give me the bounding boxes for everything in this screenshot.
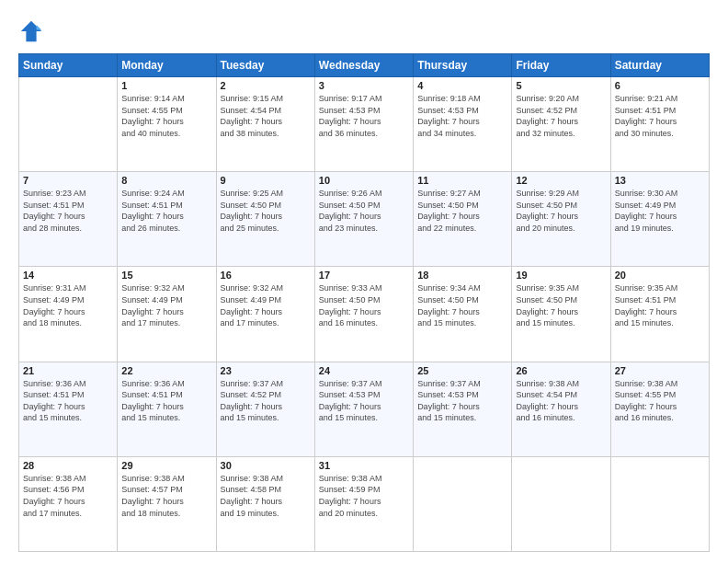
svg-marker-1 bbox=[37, 25, 42, 30]
day-number: 16 bbox=[221, 270, 311, 281]
day-info: Sunrise: 9:37 AM Sunset: 4:53 PM Dayligh… bbox=[319, 378, 409, 424]
calendar-cell: 7Sunrise: 9:23 AM Sunset: 4:51 PM Daylig… bbox=[19, 172, 118, 267]
day-info: Sunrise: 9:37 AM Sunset: 4:52 PM Dayligh… bbox=[221, 378, 311, 424]
calendar-cell: 11Sunrise: 9:27 AM Sunset: 4:50 PM Dayli… bbox=[414, 172, 512, 267]
day-info: Sunrise: 9:27 AM Sunset: 4:50 PM Dayligh… bbox=[417, 188, 507, 234]
column-header-friday: Friday bbox=[512, 54, 610, 77]
calendar-cell: 18Sunrise: 9:34 AM Sunset: 4:50 PM Dayli… bbox=[414, 267, 512, 362]
day-info: Sunrise: 9:18 AM Sunset: 4:53 PM Dayligh… bbox=[417, 93, 507, 139]
logo bbox=[18, 17, 48, 44]
day-number: 11 bbox=[417, 175, 507, 186]
day-number: 1 bbox=[121, 80, 211, 91]
day-number: 14 bbox=[23, 270, 113, 281]
calendar-cell: 28Sunrise: 9:38 AM Sunset: 4:56 PM Dayli… bbox=[19, 456, 118, 551]
calendar-cell: 27Sunrise: 9:38 AM Sunset: 4:55 PM Dayli… bbox=[610, 362, 709, 456]
column-header-saturday: Saturday bbox=[610, 54, 709, 77]
calendar-cell: 21Sunrise: 9:36 AM Sunset: 4:51 PM Dayli… bbox=[19, 362, 118, 456]
day-number: 24 bbox=[319, 365, 409, 376]
day-info: Sunrise: 9:23 AM Sunset: 4:51 PM Dayligh… bbox=[23, 188, 113, 234]
day-number: 15 bbox=[121, 270, 211, 281]
svg-marker-0 bbox=[21, 21, 41, 41]
day-number: 4 bbox=[417, 80, 507, 91]
calendar-cell: 12Sunrise: 9:29 AM Sunset: 4:50 PM Dayli… bbox=[512, 172, 610, 267]
calendar-cell: 24Sunrise: 9:37 AM Sunset: 4:53 PM Dayli… bbox=[314, 362, 413, 456]
week-row-3: 14Sunrise: 9:31 AM Sunset: 4:49 PM Dayli… bbox=[19, 267, 710, 362]
day-info: Sunrise: 9:25 AM Sunset: 4:50 PM Dayligh… bbox=[221, 188, 311, 234]
day-number: 2 bbox=[221, 80, 311, 91]
calendar-cell bbox=[610, 456, 709, 551]
calendar-cell: 17Sunrise: 9:33 AM Sunset: 4:50 PM Dayli… bbox=[314, 267, 413, 362]
calendar-cell: 13Sunrise: 9:30 AM Sunset: 4:49 PM Dayli… bbox=[610, 172, 709, 267]
day-number: 29 bbox=[121, 460, 211, 471]
day-info: Sunrise: 9:35 AM Sunset: 4:51 PM Dayligh… bbox=[615, 282, 705, 328]
day-info: Sunrise: 9:38 AM Sunset: 4:54 PM Dayligh… bbox=[516, 378, 606, 424]
calendar-cell: 10Sunrise: 9:26 AM Sunset: 4:50 PM Dayli… bbox=[314, 172, 413, 267]
day-info: Sunrise: 9:34 AM Sunset: 4:50 PM Dayligh… bbox=[417, 282, 507, 328]
column-header-thursday: Thursday bbox=[414, 54, 512, 77]
week-row-4: 21Sunrise: 9:36 AM Sunset: 4:51 PM Dayli… bbox=[19, 362, 710, 456]
day-number: 26 bbox=[516, 365, 606, 376]
day-number: 25 bbox=[417, 365, 507, 376]
day-number: 27 bbox=[615, 365, 705, 376]
day-info: Sunrise: 9:14 AM Sunset: 4:55 PM Dayligh… bbox=[121, 93, 211, 139]
day-number: 3 bbox=[319, 80, 409, 91]
calendar-cell: 2Sunrise: 9:15 AM Sunset: 4:54 PM Daylig… bbox=[216, 77, 314, 172]
day-number: 22 bbox=[121, 365, 211, 376]
calendar-header-row: SundayMondayTuesdayWednesdayThursdayFrid… bbox=[19, 54, 710, 77]
calendar-cell: 19Sunrise: 9:35 AM Sunset: 4:50 PM Dayli… bbox=[512, 267, 610, 362]
day-number: 28 bbox=[23, 460, 113, 471]
day-info: Sunrise: 9:36 AM Sunset: 4:51 PM Dayligh… bbox=[23, 378, 113, 424]
day-number: 30 bbox=[221, 460, 311, 471]
day-number: 13 bbox=[615, 175, 705, 186]
day-info: Sunrise: 9:32 AM Sunset: 4:49 PM Dayligh… bbox=[121, 282, 211, 328]
day-info: Sunrise: 9:29 AM Sunset: 4:50 PM Dayligh… bbox=[516, 188, 606, 234]
day-info: Sunrise: 9:26 AM Sunset: 4:50 PM Dayligh… bbox=[319, 188, 409, 234]
calendar-cell bbox=[512, 456, 610, 551]
day-info: Sunrise: 9:31 AM Sunset: 4:49 PM Dayligh… bbox=[23, 282, 113, 328]
day-info: Sunrise: 9:38 AM Sunset: 4:58 PM Dayligh… bbox=[221, 473, 311, 519]
day-number: 7 bbox=[23, 175, 113, 186]
day-info: Sunrise: 9:15 AM Sunset: 4:54 PM Dayligh… bbox=[221, 93, 311, 139]
day-info: Sunrise: 9:30 AM Sunset: 4:49 PM Dayligh… bbox=[615, 188, 705, 234]
calendar-table: SundayMondayTuesdayWednesdayThursdayFrid… bbox=[18, 53, 710, 552]
day-info: Sunrise: 9:24 AM Sunset: 4:51 PM Dayligh… bbox=[121, 188, 211, 234]
column-header-monday: Monday bbox=[118, 54, 216, 77]
day-number: 23 bbox=[221, 365, 311, 376]
calendar-cell: 16Sunrise: 9:32 AM Sunset: 4:49 PM Dayli… bbox=[216, 267, 314, 362]
calendar-cell: 30Sunrise: 9:38 AM Sunset: 4:58 PM Dayli… bbox=[216, 456, 314, 551]
day-info: Sunrise: 9:17 AM Sunset: 4:53 PM Dayligh… bbox=[319, 93, 409, 139]
day-info: Sunrise: 9:36 AM Sunset: 4:51 PM Dayligh… bbox=[121, 378, 211, 424]
calendar-cell: 14Sunrise: 9:31 AM Sunset: 4:49 PM Dayli… bbox=[19, 267, 118, 362]
day-number: 18 bbox=[417, 270, 507, 281]
calendar-cell: 25Sunrise: 9:37 AM Sunset: 4:53 PM Dayli… bbox=[414, 362, 512, 456]
day-number: 31 bbox=[319, 460, 409, 471]
calendar-cell: 20Sunrise: 9:35 AM Sunset: 4:51 PM Dayli… bbox=[610, 267, 709, 362]
calendar-cell bbox=[19, 77, 118, 172]
calendar-cell: 26Sunrise: 9:38 AM Sunset: 4:54 PM Dayli… bbox=[512, 362, 610, 456]
calendar-cell: 5Sunrise: 9:20 AM Sunset: 4:52 PM Daylig… bbox=[512, 77, 610, 172]
column-header-sunday: Sunday bbox=[19, 54, 118, 77]
day-number: 8 bbox=[121, 175, 211, 186]
column-header-tuesday: Tuesday bbox=[216, 54, 314, 77]
day-number: 10 bbox=[319, 175, 409, 186]
header bbox=[18, 17, 710, 44]
week-row-2: 7Sunrise: 9:23 AM Sunset: 4:51 PM Daylig… bbox=[19, 172, 710, 267]
calendar-cell: 9Sunrise: 9:25 AM Sunset: 4:50 PM Daylig… bbox=[216, 172, 314, 267]
calendar-cell: 8Sunrise: 9:24 AM Sunset: 4:51 PM Daylig… bbox=[118, 172, 216, 267]
logo-icon bbox=[18, 18, 44, 44]
day-number: 9 bbox=[221, 175, 311, 186]
day-number: 5 bbox=[516, 80, 606, 91]
day-info: Sunrise: 9:32 AM Sunset: 4:49 PM Dayligh… bbox=[221, 282, 311, 328]
calendar-cell: 23Sunrise: 9:37 AM Sunset: 4:52 PM Dayli… bbox=[216, 362, 314, 456]
day-number: 19 bbox=[516, 270, 606, 281]
day-number: 6 bbox=[615, 80, 705, 91]
day-number: 20 bbox=[615, 270, 705, 281]
day-number: 21 bbox=[23, 365, 113, 376]
calendar-cell: 4Sunrise: 9:18 AM Sunset: 4:53 PM Daylig… bbox=[414, 77, 512, 172]
calendar-cell: 1Sunrise: 9:14 AM Sunset: 4:55 PM Daylig… bbox=[118, 77, 216, 172]
day-info: Sunrise: 9:38 AM Sunset: 4:59 PM Dayligh… bbox=[319, 473, 409, 519]
page: SundayMondayTuesdayWednesdayThursdayFrid… bbox=[0, 0, 728, 563]
week-row-5: 28Sunrise: 9:38 AM Sunset: 4:56 PM Dayli… bbox=[19, 456, 710, 551]
calendar-cell: 6Sunrise: 9:21 AM Sunset: 4:51 PM Daylig… bbox=[610, 77, 709, 172]
day-info: Sunrise: 9:33 AM Sunset: 4:50 PM Dayligh… bbox=[319, 282, 409, 328]
